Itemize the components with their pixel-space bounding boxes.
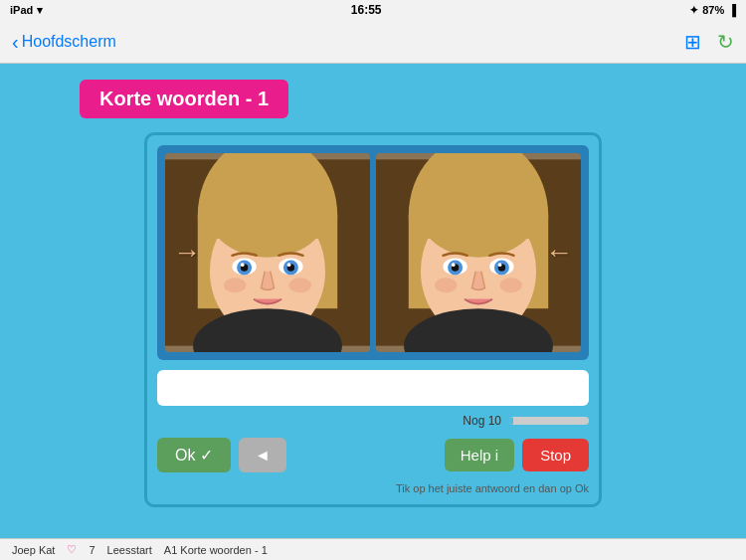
progress-row: Nog 10 bbox=[157, 414, 589, 428]
chevron-left-icon: ‹ bbox=[12, 32, 19, 52]
right-button-group: Help i Stop bbox=[445, 439, 589, 471]
svg-point-8 bbox=[217, 223, 319, 245]
battery-icon: ▐ bbox=[728, 4, 736, 16]
svg-point-16 bbox=[287, 263, 291, 267]
status-bar: iPad ▾ 16:55 ✦ 87% ▐ bbox=[0, 0, 746, 20]
svg-point-17 bbox=[224, 278, 246, 292]
status-right: ✦ 87% ▐ bbox=[689, 4, 736, 17]
images-row: → bbox=[157, 145, 589, 360]
back-button[interactable]: ‹ Hoofdscherm bbox=[12, 32, 116, 52]
answer-input-area bbox=[157, 370, 589, 406]
svg-point-15 bbox=[241, 263, 245, 267]
svg-point-28 bbox=[428, 223, 530, 245]
bottom-bar: Joep Kat ♡ 7 Leesstart A1 Korte woorden … bbox=[0, 538, 746, 560]
progress-bar-background bbox=[509, 417, 589, 425]
sound-button[interactable]: ◄ bbox=[239, 438, 286, 472]
progress-label: Nog 10 bbox=[463, 414, 501, 428]
user-name: Joep Kat bbox=[12, 544, 55, 556]
module-label: A1 Korte woorden - 1 bbox=[164, 544, 268, 556]
svg-point-36 bbox=[498, 263, 502, 267]
buttons-row: Ok ✓ ◄ Help i Stop bbox=[157, 434, 589, 476]
progress-bar-fill bbox=[509, 417, 513, 425]
svg-point-18 bbox=[289, 278, 311, 292]
arrow-left-icon: → bbox=[173, 237, 201, 269]
heart-icon: ♡ bbox=[67, 543, 77, 556]
answer-input[interactable] bbox=[167, 378, 579, 396]
back-label: Hoofdscherm bbox=[22, 33, 116, 51]
exercise-card: → bbox=[144, 132, 602, 507]
svg-point-37 bbox=[435, 278, 457, 292]
refresh-icon[interactable]: ↻ bbox=[717, 30, 734, 54]
bluetooth-icon: ✦ bbox=[689, 4, 698, 17]
hint-text: Tik op het juiste antwoord en dan op Ok bbox=[157, 482, 589, 494]
svg-point-35 bbox=[452, 263, 456, 267]
battery-label: 87% bbox=[702, 4, 724, 16]
ok-button[interactable]: Ok ✓ bbox=[157, 438, 231, 472]
main-area: Korte woorden - 1 bbox=[0, 64, 746, 538]
arrow-right-icon: ← bbox=[545, 237, 573, 269]
ipad-label: iPad bbox=[10, 4, 33, 16]
nav-right-icons: ⊞ ↻ bbox=[684, 30, 734, 54]
help-button[interactable]: Help i bbox=[445, 439, 514, 471]
svg-point-38 bbox=[500, 278, 522, 292]
image-left[interactable]: → bbox=[165, 153, 370, 352]
title-badge: Korte woorden - 1 bbox=[80, 80, 288, 118]
wifi-icon: ▾ bbox=[37, 4, 43, 17]
heart-count: 7 bbox=[89, 544, 94, 556]
image-right[interactable]: ← bbox=[376, 153, 581, 352]
level-label: Leesstart bbox=[107, 544, 152, 556]
status-left: iPad ▾ bbox=[10, 4, 43, 17]
nav-bar: ‹ Hoofdscherm ⊞ ↻ bbox=[0, 20, 746, 64]
grid-icon[interactable]: ⊞ bbox=[684, 30, 701, 54]
status-time: 16:55 bbox=[351, 3, 382, 17]
stop-button[interactable]: Stop bbox=[522, 439, 589, 471]
